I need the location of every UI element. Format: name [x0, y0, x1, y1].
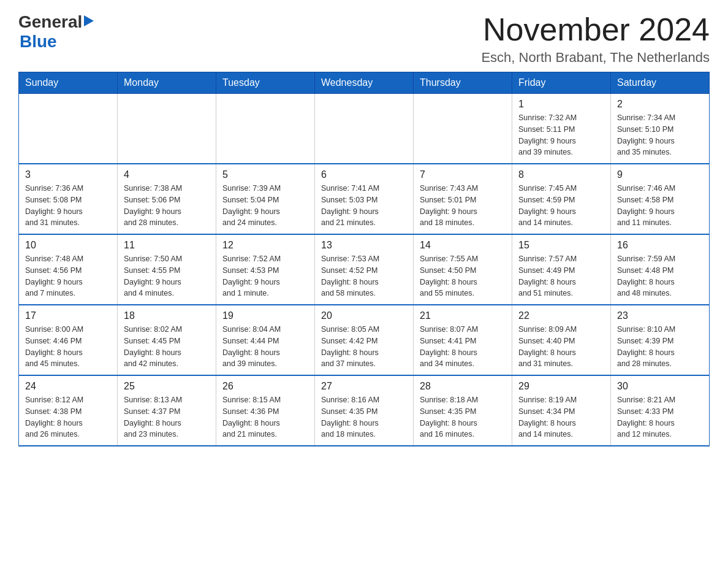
day-info: Sunrise: 8:18 AMSunset: 4:35 PMDaylight:…: [420, 394, 506, 440]
calendar-cell: 17Sunrise: 8:00 AMSunset: 4:46 PMDayligh…: [19, 305, 118, 375]
calendar-cell: 29Sunrise: 8:19 AMSunset: 4:34 PMDayligh…: [512, 375, 611, 446]
day-info: Sunrise: 7:53 AMSunset: 4:52 PMDaylight:…: [321, 253, 407, 299]
day-info: Sunrise: 7:48 AMSunset: 4:56 PMDaylight:…: [25, 253, 111, 299]
day-info: Sunrise: 8:02 AMSunset: 4:45 PMDaylight:…: [124, 324, 210, 370]
day-number: 11: [124, 240, 210, 251]
calendar-cell: 3Sunrise: 7:36 AMSunset: 5:08 PMDaylight…: [19, 164, 118, 234]
day-info: Sunrise: 7:43 AMSunset: 5:01 PMDaylight:…: [420, 183, 506, 229]
day-number: 13: [321, 240, 407, 251]
day-number: 14: [420, 240, 506, 251]
day-number: 21: [420, 310, 506, 321]
logo-general-text: General: [18, 12, 82, 32]
day-header-saturday: Saturday: [611, 72, 710, 94]
calendar-cell: 16Sunrise: 7:59 AMSunset: 4:48 PMDayligh…: [611, 234, 710, 305]
day-info: Sunrise: 7:41 AMSunset: 5:03 PMDaylight:…: [321, 183, 407, 229]
calendar-cell: [216, 94, 315, 164]
day-header-wednesday: Wednesday: [315, 72, 414, 94]
day-number: 20: [321, 310, 407, 321]
day-number: 18: [124, 310, 210, 321]
day-info: Sunrise: 7:50 AMSunset: 4:55 PMDaylight:…: [124, 253, 210, 299]
calendar-cell: 28Sunrise: 8:18 AMSunset: 4:35 PMDayligh…: [414, 375, 512, 446]
calendar-header: SundayMondayTuesdayWednesdayThursdayFrid…: [19, 72, 710, 94]
calendar-cell: 15Sunrise: 7:57 AMSunset: 4:49 PMDayligh…: [512, 234, 611, 305]
day-number: 23: [617, 310, 703, 321]
day-info: Sunrise: 8:00 AMSunset: 4:46 PMDaylight:…: [25, 324, 111, 370]
day-info: Sunrise: 8:05 AMSunset: 4:42 PMDaylight:…: [321, 324, 407, 370]
days-header-row: SundayMondayTuesdayWednesdayThursdayFrid…: [19, 72, 710, 94]
day-number: 17: [25, 310, 111, 321]
calendar-subtitle: Esch, North Brabant, The Netherlands: [481, 50, 710, 66]
calendar-cell: 4Sunrise: 7:38 AMSunset: 5:06 PMDaylight…: [118, 164, 216, 234]
calendar-cell: 6Sunrise: 7:41 AMSunset: 5:03 PMDaylight…: [315, 164, 414, 234]
day-number: 5: [222, 169, 308, 180]
day-number: 25: [124, 381, 210, 392]
day-info: Sunrise: 8:04 AMSunset: 4:44 PMDaylight:…: [222, 324, 308, 370]
week-row-1: 1Sunrise: 7:32 AMSunset: 5:11 PMDaylight…: [19, 94, 710, 164]
calendar-cell: 10Sunrise: 7:48 AMSunset: 4:56 PMDayligh…: [19, 234, 118, 305]
day-number: 2: [617, 99, 703, 110]
title-block: November 2024 Esch, North Brabant, The N…: [481, 12, 710, 66]
day-info: Sunrise: 7:46 AMSunset: 4:58 PMDaylight:…: [617, 183, 703, 229]
calendar-cell: 13Sunrise: 7:53 AMSunset: 4:52 PMDayligh…: [315, 234, 414, 305]
calendar-cell: 21Sunrise: 8:07 AMSunset: 4:41 PMDayligh…: [414, 305, 512, 375]
day-number: 1: [518, 99, 604, 110]
day-info: Sunrise: 8:15 AMSunset: 4:36 PMDaylight:…: [222, 394, 308, 440]
day-info: Sunrise: 8:21 AMSunset: 4:33 PMDaylight:…: [617, 394, 703, 440]
calendar-cell: 20Sunrise: 8:05 AMSunset: 4:42 PMDayligh…: [315, 305, 414, 375]
logo: General Blue: [18, 12, 94, 52]
calendar-table: SundayMondayTuesdayWednesdayThursdayFrid…: [18, 72, 710, 446]
day-number: 6: [321, 169, 407, 180]
calendar-cell: 22Sunrise: 8:09 AMSunset: 4:40 PMDayligh…: [512, 305, 611, 375]
calendar-cell: 14Sunrise: 7:55 AMSunset: 4:50 PMDayligh…: [414, 234, 512, 305]
day-header-monday: Monday: [118, 72, 216, 94]
day-info: Sunrise: 8:07 AMSunset: 4:41 PMDaylight:…: [420, 324, 506, 370]
day-info: Sunrise: 7:45 AMSunset: 4:59 PMDaylight:…: [518, 183, 604, 229]
day-number: 3: [25, 169, 111, 180]
logo-blue-text: Blue: [20, 32, 57, 51]
calendar-cell: [19, 94, 118, 164]
day-header-thursday: Thursday: [414, 72, 512, 94]
day-info: Sunrise: 7:38 AMSunset: 5:06 PMDaylight:…: [124, 183, 210, 229]
calendar-cell: 11Sunrise: 7:50 AMSunset: 4:55 PMDayligh…: [118, 234, 216, 305]
day-info: Sunrise: 7:36 AMSunset: 5:08 PMDaylight:…: [25, 183, 111, 229]
day-info: Sunrise: 7:32 AMSunset: 5:11 PMDaylight:…: [518, 112, 604, 158]
day-number: 24: [25, 381, 111, 392]
day-info: Sunrise: 8:19 AMSunset: 4:34 PMDaylight:…: [518, 394, 604, 440]
day-number: 28: [420, 381, 506, 392]
week-row-3: 10Sunrise: 7:48 AMSunset: 4:56 PMDayligh…: [19, 234, 710, 305]
day-info: Sunrise: 8:16 AMSunset: 4:35 PMDaylight:…: [321, 394, 407, 440]
day-info: Sunrise: 8:12 AMSunset: 4:38 PMDaylight:…: [25, 394, 111, 440]
day-number: 27: [321, 381, 407, 392]
day-number: 15: [518, 240, 604, 251]
day-number: 10: [25, 240, 111, 251]
day-number: 30: [617, 381, 703, 392]
day-number: 12: [222, 240, 308, 251]
day-number: 9: [617, 169, 703, 180]
page-header: General Blue November 2024 Esch, North B…: [18, 12, 710, 66]
day-number: 26: [222, 381, 308, 392]
day-info: Sunrise: 7:52 AMSunset: 4:53 PMDaylight:…: [222, 253, 308, 299]
week-row-5: 24Sunrise: 8:12 AMSunset: 4:38 PMDayligh…: [19, 375, 710, 446]
calendar-cell: 26Sunrise: 8:15 AMSunset: 4:36 PMDayligh…: [216, 375, 315, 446]
calendar-cell: [414, 94, 512, 164]
calendar-cell: [315, 94, 414, 164]
day-header-tuesday: Tuesday: [216, 72, 315, 94]
day-info: Sunrise: 8:10 AMSunset: 4:39 PMDaylight:…: [617, 324, 703, 370]
logo-arrow-icon: [84, 15, 94, 26]
calendar-cell: 2Sunrise: 7:34 AMSunset: 5:10 PMDaylight…: [611, 94, 710, 164]
day-number: 29: [518, 381, 604, 392]
calendar-cell: 19Sunrise: 8:04 AMSunset: 4:44 PMDayligh…: [216, 305, 315, 375]
calendar-cell: 27Sunrise: 8:16 AMSunset: 4:35 PMDayligh…: [315, 375, 414, 446]
calendar-cell: 1Sunrise: 7:32 AMSunset: 5:11 PMDaylight…: [512, 94, 611, 164]
day-info: Sunrise: 7:59 AMSunset: 4:48 PMDaylight:…: [617, 253, 703, 299]
calendar-title: November 2024: [481, 12, 710, 47]
day-number: 8: [518, 169, 604, 180]
day-info: Sunrise: 7:34 AMSunset: 5:10 PMDaylight:…: [617, 112, 703, 158]
calendar-cell: 23Sunrise: 8:10 AMSunset: 4:39 PMDayligh…: [611, 305, 710, 375]
day-info: Sunrise: 7:39 AMSunset: 5:04 PMDaylight:…: [222, 183, 308, 229]
day-number: 19: [222, 310, 308, 321]
calendar-cell: 24Sunrise: 8:12 AMSunset: 4:38 PMDayligh…: [19, 375, 118, 446]
day-info: Sunrise: 8:13 AMSunset: 4:37 PMDaylight:…: [124, 394, 210, 440]
calendar-cell: 12Sunrise: 7:52 AMSunset: 4:53 PMDayligh…: [216, 234, 315, 305]
calendar-cell: 7Sunrise: 7:43 AMSunset: 5:01 PMDaylight…: [414, 164, 512, 234]
